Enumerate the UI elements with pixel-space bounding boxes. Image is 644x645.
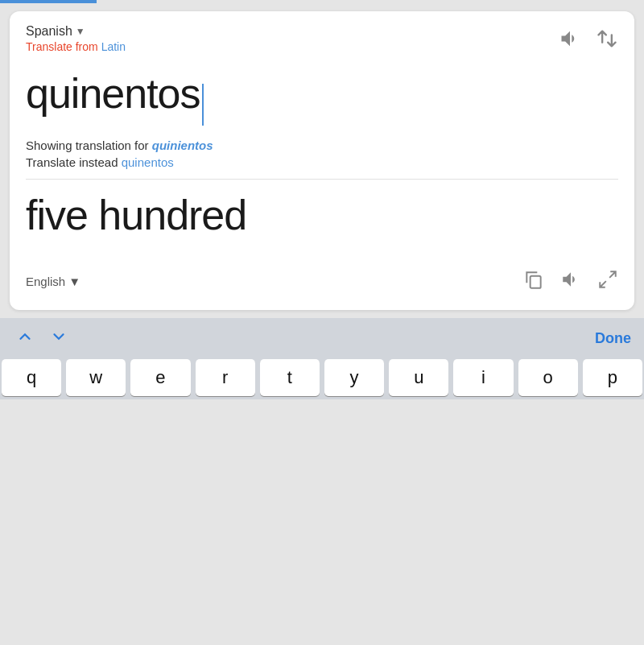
dropdown-arrow-icon[interactable]: ▼ bbox=[76, 26, 85, 37]
translate-instead-line: Translate instead quinentos bbox=[26, 155, 618, 169]
card-header: Spanish ▼ Translate from Latin bbox=[26, 24, 618, 55]
swap-icon[interactable] bbox=[596, 27, 618, 55]
key-t[interactable]: t bbox=[260, 359, 320, 396]
keyboard: qwertyuiop bbox=[0, 359, 644, 399]
nav-arrows bbox=[13, 326, 71, 351]
output-text: five hundred bbox=[26, 192, 618, 238]
speaker-icon[interactable] bbox=[559, 27, 581, 55]
lang-name-row: Spanish ▼ bbox=[26, 24, 126, 39]
language-name[interactable]: Spanish bbox=[26, 24, 72, 39]
key-p[interactable]: p bbox=[583, 359, 642, 396]
key-row-1: qwertyuiop bbox=[2, 359, 642, 396]
input-text-area: quinentos bbox=[26, 71, 618, 126]
showing-translation-line: Showing translation for quinientos bbox=[26, 139, 618, 152]
showing-label: Showing translation for bbox=[26, 139, 149, 152]
suggestion-area: Showing translation for quinientos Trans… bbox=[26, 139, 618, 169]
corrected-word-link[interactable]: quinientos bbox=[152, 139, 213, 152]
speaker-bottom-icon[interactable] bbox=[560, 269, 581, 294]
key-y[interactable]: y bbox=[324, 359, 384, 396]
down-arrow-btn[interactable] bbox=[47, 326, 71, 351]
translate-instead-word[interactable]: quinentos bbox=[122, 155, 174, 169]
card-divider bbox=[26, 179, 618, 180]
up-arrow-btn[interactable] bbox=[13, 326, 37, 351]
translate-instead-label: Translate instead bbox=[26, 155, 118, 169]
key-i[interactable]: i bbox=[453, 359, 513, 396]
english-label-text: English bbox=[26, 275, 65, 288]
input-text[interactable]: quinentos bbox=[26, 70, 200, 117]
target-language-label: English ▼ bbox=[26, 275, 80, 288]
card-bottom-row: English ▼ bbox=[26, 263, 618, 294]
header-icons bbox=[559, 27, 618, 55]
key-e[interactable]: e bbox=[130, 359, 190, 396]
key-q[interactable]: q bbox=[2, 359, 61, 396]
lang-selector: Spanish ▼ Translate from Latin bbox=[26, 24, 126, 53]
text-cursor bbox=[202, 84, 204, 126]
key-w[interactable]: w bbox=[66, 359, 126, 396]
key-o[interactable]: o bbox=[518, 359, 578, 396]
translate-from-label: Translate from bbox=[26, 40, 98, 53]
app-container: Spanish ▼ Translate from Latin quin bbox=[0, 0, 644, 645]
keyboard-toolbar: Done bbox=[0, 318, 644, 359]
translate-from-lang[interactable]: Latin bbox=[101, 40, 126, 53]
expand-icon[interactable] bbox=[597, 269, 618, 294]
top-bar bbox=[0, 0, 97, 3]
svg-rect-0 bbox=[530, 276, 541, 288]
translate-from-line: Translate from Latin bbox=[26, 40, 126, 53]
key-u[interactable]: u bbox=[389, 359, 448, 396]
english-dropdown-icon: ▼ bbox=[68, 275, 80, 288]
copy-icon[interactable] bbox=[523, 269, 544, 294]
done-button[interactable]: Done bbox=[595, 330, 631, 347]
translation-card: Spanish ▼ Translate from Latin quin bbox=[10, 11, 634, 310]
key-r[interactable]: r bbox=[196, 359, 255, 396]
